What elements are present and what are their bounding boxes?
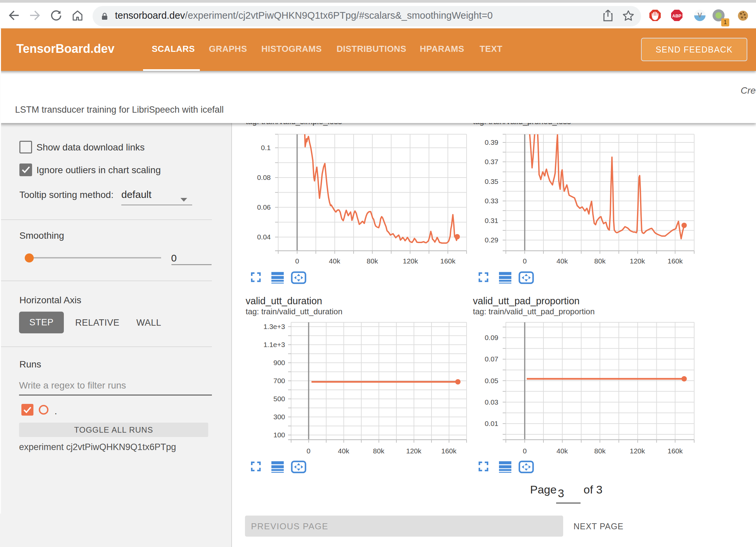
svg-text:0: 0	[306, 447, 310, 455]
svg-text:900: 900	[273, 359, 285, 366]
svg-text:0.08: 0.08	[257, 174, 271, 181]
svg-text:V: V	[698, 11, 702, 19]
svg-text:40k: 40k	[329, 257, 340, 265]
svg-text:80k: 80k	[367, 257, 378, 265]
svg-text:0.07: 0.07	[485, 355, 498, 363]
svg-text:0.29: 0.29	[485, 236, 498, 244]
svg-text:80k: 80k	[594, 447, 606, 455]
svg-text:120k: 120k	[630, 447, 645, 455]
svg-text:120k: 120k	[630, 257, 645, 265]
svg-text:0.05: 0.05	[485, 377, 498, 385]
svg-text:0: 0	[523, 447, 527, 455]
svg-text:0: 0	[523, 257, 527, 265]
svg-text:0.35: 0.35	[485, 178, 498, 185]
svg-text:160k: 160k	[667, 447, 683, 455]
svg-text:120k: 120k	[406, 447, 421, 455]
svg-text:300: 300	[273, 413, 285, 421]
svg-text:1.3e+3: 1.3e+3	[263, 323, 285, 330]
svg-text:40k: 40k	[556, 447, 568, 455]
svg-text:0.06: 0.06	[257, 203, 271, 211]
svg-text:80k: 80k	[373, 447, 384, 455]
svg-text:ABP: ABP	[672, 13, 681, 18]
svg-text:100: 100	[273, 431, 285, 439]
svg-text:0.31: 0.31	[485, 217, 498, 224]
svg-text:700: 700	[273, 377, 285, 385]
svg-text:0: 0	[295, 257, 299, 265]
svg-text:0.1: 0.1	[261, 144, 271, 151]
svg-text:0.09: 0.09	[485, 334, 498, 341]
svg-text:160k: 160k	[441, 447, 457, 455]
svg-text:80k: 80k	[594, 257, 606, 265]
svg-text:0.33: 0.33	[485, 197, 498, 205]
svg-text:500: 500	[273, 395, 285, 403]
svg-text:160k: 160k	[440, 257, 456, 265]
svg-text:0.37: 0.37	[485, 158, 498, 166]
svg-text:0.01: 0.01	[485, 420, 498, 427]
svg-text:0.04: 0.04	[257, 233, 271, 241]
svg-text:0.03: 0.03	[485, 398, 498, 406]
svg-text:160k: 160k	[667, 257, 683, 265]
svg-text:120k: 120k	[403, 257, 418, 265]
svg-text:40k: 40k	[338, 447, 349, 455]
svg-text:0.39: 0.39	[485, 138, 498, 146]
svg-text:40k: 40k	[556, 257, 568, 265]
svg-text:1.1e+3: 1.1e+3	[263, 341, 285, 348]
